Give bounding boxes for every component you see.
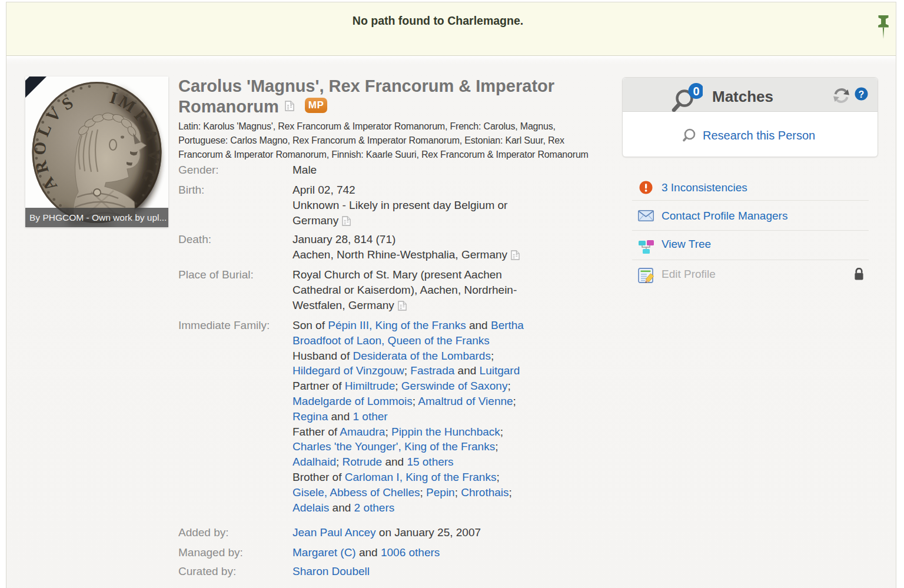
svg-text:0: 0 xyxy=(693,85,699,98)
svg-text:V: V xyxy=(144,149,164,162)
svg-text:O: O xyxy=(30,141,49,156)
svg-text:?: ? xyxy=(859,89,865,99)
